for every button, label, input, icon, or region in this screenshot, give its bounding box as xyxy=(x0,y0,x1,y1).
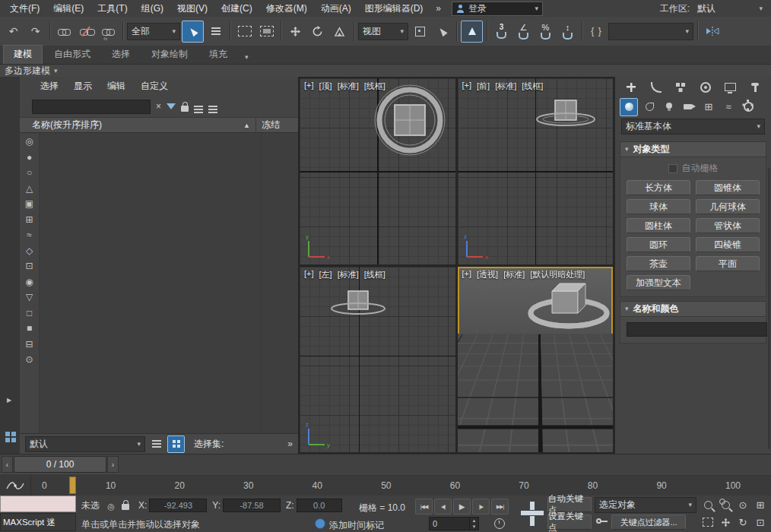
clear-search-icon[interactable]: × xyxy=(156,101,161,112)
menu-views[interactable]: 视图(V) xyxy=(170,0,214,17)
select-and-rotate-button[interactable] xyxy=(307,21,328,42)
orbit-button[interactable]: ↻ xyxy=(735,514,751,530)
viewport-perspective[interactable]: [+] [透视] [标准] [默认明暗处理] z x y xyxy=(458,267,614,453)
viewport-pov-menu[interactable]: [顶] xyxy=(319,81,332,92)
select-object-button[interactable] xyxy=(182,21,204,43)
display-hidden-icon[interactable]: ⊟ xyxy=(23,338,36,350)
explorer-column-header[interactable]: 名称(按升序排序) ▲ 冻结 xyxy=(20,117,298,133)
zoom-extents-button[interactable]: ⊙ xyxy=(735,496,751,513)
viewport-style-menu[interactable]: [标准] xyxy=(338,269,359,280)
menu-tools[interactable]: 工具(T) xyxy=(90,0,134,17)
pan-view-button[interactable] xyxy=(717,514,734,530)
key-filters-button[interactable]: 关键点过滤器... xyxy=(611,515,686,530)
object-name-field[interactable] xyxy=(627,322,767,337)
viewport-layout-button[interactable] xyxy=(3,428,17,446)
systems-category-button[interactable] xyxy=(740,99,757,116)
unlink-selection-button[interactable] xyxy=(76,21,97,42)
display-frozen-icon[interactable]: ■ xyxy=(23,322,36,334)
spinner-up-icon[interactable]: ▲ xyxy=(470,518,478,524)
viewport-shading-menu[interactable]: [线框] xyxy=(364,81,386,92)
time-slider-track[interactable]: ‹ 0 / 100 › xyxy=(2,456,119,473)
selected-filter-dropdown[interactable]: 选定对象 ▾ xyxy=(595,497,696,513)
frame-number-input[interactable] xyxy=(430,519,469,528)
y-coordinate-field[interactable]: -87.58 xyxy=(223,499,281,512)
display-all-icon[interactable]: ◎ xyxy=(23,135,36,147)
window-crossing-button[interactable] xyxy=(256,21,277,42)
text-plus-button[interactable]: 加强型文本 xyxy=(627,275,690,290)
plane-button[interactable]: 平面 xyxy=(696,256,760,271)
frame-spinner[interactable]: ▲▼ xyxy=(469,518,478,530)
viewport-general-menu[interactable]: [+] xyxy=(462,269,472,280)
zoom-extents-all-button[interactable]: ⊞ xyxy=(752,496,769,513)
menu-file[interactable]: 文件(F) xyxy=(3,0,46,17)
tube-button[interactable]: 管状体 xyxy=(696,218,760,233)
maxscript-mini-listener[interactable] xyxy=(0,496,76,512)
login-button[interactable]: 登录 ▾ xyxy=(452,2,543,16)
select-and-move-button[interactable] xyxy=(285,21,306,42)
sort-by-hierarchy-button[interactable] xyxy=(167,435,185,453)
bind-to-space-warp-button[interactable]: ≈ xyxy=(98,21,119,42)
geometry-category-button[interactable] xyxy=(620,98,638,116)
lock-icon[interactable] xyxy=(181,106,189,112)
time-configuration-button[interactable] xyxy=(494,518,505,529)
display-children-icon[interactable]: ⊙ xyxy=(23,353,36,366)
menu-animation[interactable]: 动画(A) xyxy=(314,0,358,17)
play-button[interactable]: ▶ xyxy=(453,499,471,515)
utilities-tab[interactable] xyxy=(747,79,763,96)
polygon-modeling-panel[interactable]: 多边形建模 xyxy=(5,65,50,78)
viewport-general-menu[interactable]: [+] xyxy=(462,81,472,92)
viewport-shading-menu[interactable]: [线框] xyxy=(364,269,386,280)
viewport-shading-menu[interactable]: [默认明暗处理] xyxy=(530,269,585,280)
viewport-top[interactable]: [+] [顶] [标准] [线框] y x xyxy=(300,78,455,264)
use-pivot-center-button[interactable] xyxy=(410,21,430,42)
space-warps-category-button[interactable]: ≈ xyxy=(720,99,737,116)
modify-tab[interactable] xyxy=(648,79,665,96)
redo-button[interactable]: ↷ xyxy=(25,21,46,42)
ribbon-tab-freeform[interactable]: 自由形式 xyxy=(44,46,100,64)
column-frozen-header[interactable]: 冻结 xyxy=(256,119,298,131)
footer-overflow-chevron[interactable]: » xyxy=(287,439,293,449)
display-helpers-icon[interactable]: ⊞ xyxy=(23,214,36,226)
time-slider-handle[interactable]: 0 / 100 xyxy=(14,456,106,473)
zoom-region-button[interactable] xyxy=(700,514,716,530)
hierarchy-mode-icon[interactable] xyxy=(194,106,203,107)
layout-flyout-arrow-icon[interactable]: ▶ xyxy=(7,397,11,404)
display-bones-icon[interactable]: ▽ xyxy=(23,291,36,303)
selection-filter-dropdown[interactable]: 全部 ▾ xyxy=(127,23,180,40)
helpers-category-button[interactable]: ⊞ xyxy=(700,99,717,116)
ribbon-tab-modeling[interactable]: 建模 xyxy=(3,45,43,64)
lights-category-button[interactable] xyxy=(661,99,677,116)
isolate-selection-icon[interactable]: ◎ xyxy=(105,500,117,512)
mini-curve-editor-button[interactable] xyxy=(0,474,31,496)
viewport-general-menu[interactable]: [+] xyxy=(304,269,314,280)
zoom-button[interactable] xyxy=(700,496,716,513)
layer-mode-icon[interactable] xyxy=(208,106,217,107)
keyboard-shortcut-override-toggle[interactable] xyxy=(461,21,483,43)
go-to-end-button[interactable]: ▶▶| xyxy=(491,499,509,515)
menu-graph-editors[interactable]: 图形编辑器(D) xyxy=(358,0,430,17)
panel-scrollbar[interactable] xyxy=(768,168,770,449)
explorer-menu-edit[interactable]: 编辑 xyxy=(100,78,132,94)
explorer-preset-dropdown[interactable]: 默认 ▾ xyxy=(25,436,145,452)
previous-frame-arrow[interactable]: ‹ xyxy=(2,456,13,473)
viewport-shading-menu[interactable]: [线框] xyxy=(522,81,543,92)
maximize-viewport-toggle[interactable]: ⊡ xyxy=(752,514,769,530)
current-frame-marker[interactable] xyxy=(69,477,76,494)
x-coordinate-field[interactable]: -92.493 xyxy=(149,499,207,512)
angle-snap-toggle[interactable]: ∠ xyxy=(513,21,534,42)
percent-snap-toggle[interactable]: % xyxy=(535,21,556,42)
select-and-link-button[interactable] xyxy=(54,21,75,42)
ribbon-options-button[interactable]: ▾ xyxy=(239,52,255,64)
auto-key-button[interactable]: 自动关键点 xyxy=(547,497,592,512)
menu-overflow-chevron[interactable]: » xyxy=(430,3,447,14)
spinner-down-icon[interactable]: ▼ xyxy=(470,524,478,530)
display-xrefs-icon[interactable]: ⊡ xyxy=(23,260,36,272)
timeline-ruler[interactable]: 0 10 20 30 40 50 60 70 80 90 100 xyxy=(31,474,771,496)
column-name-header[interactable]: 名称(按升序排序) xyxy=(32,119,243,131)
name-color-rollout-header[interactable]: ▾ 名称和颜色 xyxy=(620,301,766,317)
menu-modifiers[interactable]: 修改器(M) xyxy=(259,0,314,17)
add-time-tag-button[interactable]: 添加时间标记 xyxy=(329,519,384,532)
viewport-style-menu[interactable]: [标准] xyxy=(338,81,359,92)
display-containers-icon[interactable]: □ xyxy=(23,307,36,319)
viewport-left[interactable]: [+] [左] [标准] [线框] z y xyxy=(300,267,455,453)
